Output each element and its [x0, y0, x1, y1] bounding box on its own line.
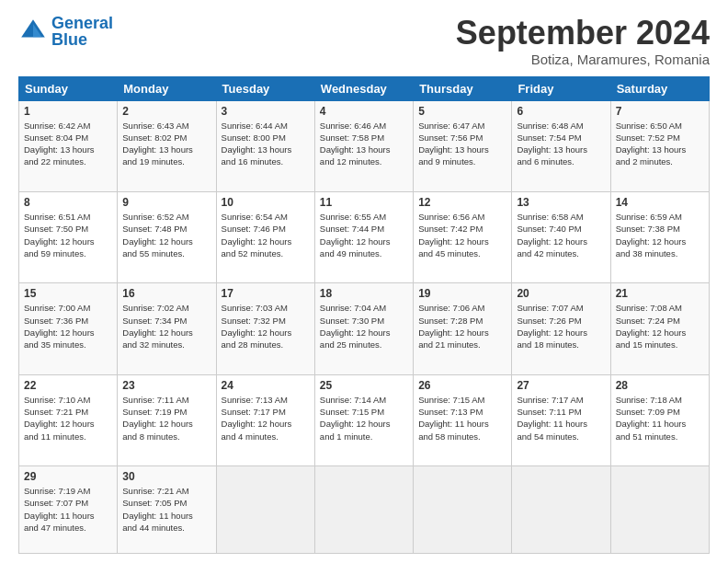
table-row: 24Sunrise: 7:13 AMSunset: 7:17 PMDayligh… — [216, 374, 314, 465]
table-row — [314, 466, 413, 554]
day-info: Sunrise: 7:04 AMSunset: 7:30 PMDaylight:… — [320, 302, 408, 350]
logo-general: General — [51, 14, 113, 32]
col-wednesday: Wednesday — [314, 76, 413, 100]
day-number: 14 — [616, 196, 704, 209]
day-info: Sunrise: 7:13 AMSunset: 7:17 PMDaylight:… — [222, 394, 310, 442]
header-row: Sunday Monday Tuesday Wednesday Thursday… — [19, 76, 710, 100]
logo-text: General Blue — [51, 15, 113, 48]
table-row: 13Sunrise: 6:58 AMSunset: 7:40 PMDayligh… — [512, 191, 610, 282]
day-info: Sunrise: 6:56 AMSunset: 7:42 PMDaylight:… — [418, 211, 506, 259]
table-row: 27Sunrise: 7:17 AMSunset: 7:11 PMDayligh… — [512, 374, 610, 465]
table-row: 6Sunrise: 6:48 AMSunset: 7:54 PMDaylight… — [512, 100, 610, 191]
day-info: Sunrise: 7:03 AMSunset: 7:32 PMDaylight:… — [222, 302, 310, 350]
table-row: 26Sunrise: 7:15 AMSunset: 7:13 PMDayligh… — [414, 374, 512, 465]
day-info: Sunrise: 6:51 AMSunset: 7:50 PMDaylight:… — [24, 211, 112, 259]
col-thursday: Thursday — [414, 76, 512, 100]
day-info: Sunrise: 7:11 AMSunset: 7:19 PMDaylight:… — [122, 394, 210, 442]
table-row: 18Sunrise: 7:04 AMSunset: 7:30 PMDayligh… — [314, 283, 413, 374]
logo: General Blue — [18, 15, 113, 48]
day-number: 23 — [122, 379, 210, 392]
table-row — [610, 466, 709, 554]
table-row: 21Sunrise: 7:08 AMSunset: 7:24 PMDayligh… — [610, 283, 709, 374]
table-row — [216, 466, 314, 554]
day-number: 8 — [24, 196, 112, 209]
table-row: 11Sunrise: 6:55 AMSunset: 7:44 PMDayligh… — [314, 191, 413, 282]
table-row: 4Sunrise: 6:46 AMSunset: 7:58 PMDaylight… — [314, 100, 413, 191]
svg-marker-1 — [33, 24, 42, 37]
day-number: 30 — [122, 470, 210, 483]
day-number: 12 — [418, 196, 506, 209]
calendar-row: 22Sunrise: 7:10 AMSunset: 7:21 PMDayligh… — [19, 374, 710, 465]
day-number: 5 — [418, 105, 506, 118]
day-number: 24 — [222, 379, 310, 392]
day-number: 26 — [418, 379, 506, 392]
day-number: 7 — [616, 105, 704, 118]
col-tuesday: Tuesday — [216, 76, 314, 100]
table-row: 2Sunrise: 6:43 AMSunset: 8:02 PMDaylight… — [118, 100, 216, 191]
table-row: 22Sunrise: 7:10 AMSunset: 7:21 PMDayligh… — [19, 374, 118, 465]
day-info: Sunrise: 6:42 AMSunset: 8:04 PMDaylight:… — [24, 120, 112, 168]
day-info: Sunrise: 6:58 AMSunset: 7:40 PMDaylight:… — [517, 211, 605, 259]
day-info: Sunrise: 6:47 AMSunset: 7:56 PMDaylight:… — [418, 120, 506, 168]
day-number: 15 — [24, 287, 112, 300]
table-row: 19Sunrise: 7:06 AMSunset: 7:28 PMDayligh… — [414, 283, 512, 374]
day-number: 3 — [222, 105, 310, 118]
day-number: 25 — [320, 379, 408, 392]
table-row: 23Sunrise: 7:11 AMSunset: 7:19 PMDayligh… — [118, 374, 216, 465]
header: General Blue September 2024 Botiza, Mara… — [18, 15, 710, 67]
day-info: Sunrise: 7:07 AMSunset: 7:26 PMDaylight:… — [517, 302, 605, 350]
table-row: 5Sunrise: 6:47 AMSunset: 7:56 PMDaylight… — [414, 100, 512, 191]
day-info: Sunrise: 6:46 AMSunset: 7:58 PMDaylight:… — [320, 120, 408, 168]
page: General Blue September 2024 Botiza, Mara… — [0, 0, 728, 563]
table-row: 20Sunrise: 7:07 AMSunset: 7:26 PMDayligh… — [512, 283, 610, 374]
table-row: 7Sunrise: 6:50 AMSunset: 7:52 PMDaylight… — [610, 100, 709, 191]
table-row: 14Sunrise: 6:59 AMSunset: 7:38 PMDayligh… — [610, 191, 709, 282]
table-row: 12Sunrise: 6:56 AMSunset: 7:42 PMDayligh… — [414, 191, 512, 282]
day-info: Sunrise: 7:19 AMSunset: 7:07 PMDaylight:… — [24, 485, 112, 534]
day-number: 28 — [616, 379, 704, 392]
day-number: 29 — [24, 470, 112, 483]
day-info: Sunrise: 6:59 AMSunset: 7:38 PMDaylight:… — [616, 211, 704, 259]
day-info: Sunrise: 6:54 AMSunset: 7:46 PMDaylight:… — [222, 211, 310, 259]
day-number: 16 — [122, 287, 210, 300]
day-info: Sunrise: 7:21 AMSunset: 7:05 PMDaylight:… — [122, 485, 210, 534]
table-row: 1Sunrise: 6:42 AMSunset: 8:04 PMDaylight… — [19, 100, 118, 191]
title-block: September 2024 Botiza, Maramures, Romani… — [456, 15, 710, 67]
day-info: Sunrise: 7:10 AMSunset: 7:21 PMDaylight:… — [24, 394, 112, 442]
day-info: Sunrise: 6:43 AMSunset: 8:02 PMDaylight:… — [122, 120, 210, 168]
table-row: 25Sunrise: 7:14 AMSunset: 7:15 PMDayligh… — [314, 374, 413, 465]
day-info: Sunrise: 6:50 AMSunset: 7:52 PMDaylight:… — [616, 120, 704, 168]
calendar: Sunday Monday Tuesday Wednesday Thursday… — [18, 76, 710, 554]
col-sunday: Sunday — [19, 76, 118, 100]
day-number: 4 — [320, 105, 408, 118]
calendar-row: 29Sunrise: 7:19 AMSunset: 7:07 PMDayligh… — [19, 466, 710, 554]
table-row: 29Sunrise: 7:19 AMSunset: 7:07 PMDayligh… — [19, 466, 118, 554]
calendar-table: Sunday Monday Tuesday Wednesday Thursday… — [18, 76, 710, 554]
table-row: 17Sunrise: 7:03 AMSunset: 7:32 PMDayligh… — [216, 283, 314, 374]
day-number: 10 — [222, 196, 310, 209]
day-info: Sunrise: 7:15 AMSunset: 7:13 PMDaylight:… — [418, 394, 506, 442]
location-subtitle: Botiza, Maramures, Romania — [456, 52, 710, 67]
col-saturday: Saturday — [610, 76, 709, 100]
table-row: 30Sunrise: 7:21 AMSunset: 7:05 PMDayligh… — [118, 466, 216, 554]
table-row: 16Sunrise: 7:02 AMSunset: 7:34 PMDayligh… — [118, 283, 216, 374]
day-number: 1 — [24, 105, 112, 118]
day-info: Sunrise: 7:14 AMSunset: 7:15 PMDaylight:… — [320, 394, 408, 442]
table-row: 3Sunrise: 6:44 AMSunset: 8:00 PMDaylight… — [216, 100, 314, 191]
day-info: Sunrise: 6:48 AMSunset: 7:54 PMDaylight:… — [517, 120, 605, 168]
col-monday: Monday — [118, 76, 216, 100]
calendar-row: 15Sunrise: 7:00 AMSunset: 7:36 PMDayligh… — [19, 283, 710, 374]
calendar-row: 8Sunrise: 6:51 AMSunset: 7:50 PMDaylight… — [19, 191, 710, 282]
table-row — [414, 466, 512, 554]
calendar-row: 1Sunrise: 6:42 AMSunset: 8:04 PMDaylight… — [19, 100, 710, 191]
day-info: Sunrise: 7:17 AMSunset: 7:11 PMDaylight:… — [517, 394, 605, 442]
table-row: 15Sunrise: 7:00 AMSunset: 7:36 PMDayligh… — [19, 283, 118, 374]
table-row: 9Sunrise: 6:52 AMSunset: 7:48 PMDaylight… — [118, 191, 216, 282]
day-number: 13 — [517, 196, 605, 209]
day-info: Sunrise: 6:44 AMSunset: 8:00 PMDaylight:… — [222, 120, 310, 168]
day-number: 18 — [320, 287, 408, 300]
logo-blue: Blue — [51, 30, 87, 49]
day-number: 6 — [517, 105, 605, 118]
day-info: Sunrise: 7:02 AMSunset: 7:34 PMDaylight:… — [122, 302, 210, 350]
day-number: 9 — [122, 196, 210, 209]
